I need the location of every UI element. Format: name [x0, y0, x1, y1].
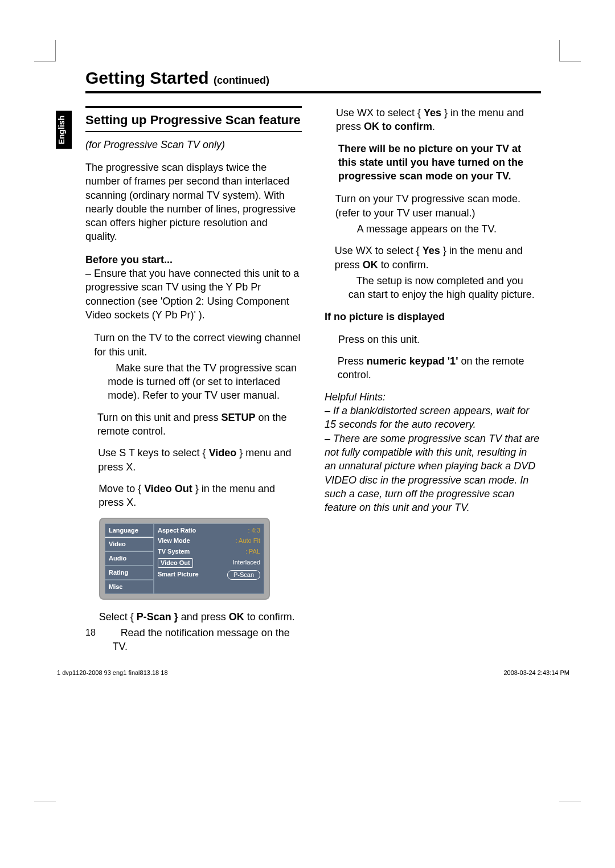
intro-text: The progressive scan displays twice the …: [85, 161, 302, 244]
osd-key: TV System: [158, 547, 190, 556]
divider: [85, 91, 541, 93]
osd-menu-tabs: Language Video Audio Rating Misc: [105, 523, 154, 594]
video-label: Video: [209, 447, 237, 458]
yes-label: Yes: [423, 245, 440, 256]
setup-label: SETUP: [221, 412, 255, 423]
bullet-icon: [325, 192, 330, 236]
title-suffix: (continued): [214, 75, 269, 86]
hint-2: – There are some progressive scan TV tha…: [325, 432, 541, 515]
bullet-icon: [325, 333, 333, 346]
step-text: Move to {: [99, 483, 144, 494]
subtitle: (for Progressive Scan TV only): [85, 138, 302, 152]
step-sub: Make sure that the TV progressive scan m…: [108, 362, 297, 402]
bullet-icon: [85, 446, 92, 474]
title-main: Getting Started: [85, 68, 209, 87]
bullet-icon: [85, 482, 93, 510]
step-text: to confirm.: [244, 611, 295, 623]
osd-key: Video Out: [158, 558, 193, 568]
ok-label: OK: [363, 259, 378, 271]
step-text: .: [432, 121, 435, 132]
step-text: Turn on your TV progressive scan mode. (…: [335, 193, 520, 218]
step-4: Move to { Video Out } in the menu and pr…: [85, 482, 302, 510]
video-out-label: Video Out: [144, 483, 192, 494]
bullet-icon: [85, 331, 88, 402]
hints-block: Helpful Hints: – If a blank/distorted sc…: [325, 390, 541, 515]
osd-tab-video: Video: [105, 537, 154, 551]
osd-value: : PAL: [245, 547, 260, 556]
osd-tab-rating: Rating: [105, 566, 154, 580]
step-sub: Read the notification message on the TV.: [113, 627, 290, 652]
step-text: to confirm.: [378, 259, 429, 271]
bullet-icon: [85, 411, 92, 439]
osd-key: Aspect Ratio: [158, 526, 196, 535]
step-sub: The setup is now completed and you can s…: [348, 275, 535, 300]
osd-value: Interlaced: [233, 558, 260, 568]
step-2: Turn on this unit and press SETUP on the…: [85, 411, 302, 439]
osd-tab-language: Language: [105, 523, 154, 538]
step-text: Use S T keys to select {: [98, 447, 208, 458]
numeric-1-label: numeric keypad '1': [367, 355, 458, 367]
step-6: Use WX to select { Yes } in the menu and…: [325, 106, 541, 134]
step-5: Select { P-Scan } and press OK to confir…: [85, 610, 302, 654]
step-1: Turn on the TV to the correct viewing ch…: [85, 331, 302, 402]
bullet-icon: [325, 106, 330, 134]
step-sub: A message appears on the TV.: [357, 223, 497, 235]
osd-menu-options: Aspect Ratio: 4:3 View Mode: Auto Fit TV…: [154, 523, 264, 594]
no-picture-heading: If no picture is displayed: [325, 310, 541, 324]
step-3: Use S T keys to select { Video } menu an…: [85, 446, 302, 474]
osd-tab-audio: Audio: [105, 551, 154, 566]
warning-text: There will be no picture on your TV at t…: [325, 142, 541, 183]
page-title: Getting Started (continued): [85, 68, 541, 88]
osd-tab-misc: Misc: [105, 580, 154, 594]
step-text: Press: [338, 355, 367, 367]
crop-mark: [34, 801, 56, 822]
ok-confirm-label: OK to confirm: [364, 121, 432, 132]
osd-value: : 4:3: [248, 526, 260, 535]
yes-label: Yes: [424, 107, 441, 118]
step-text: and press: [178, 611, 229, 623]
crop-mark: [559, 801, 581, 822]
step-text: Select {: [99, 611, 137, 623]
left-column: Setting up Progressive Scan feature (for…: [85, 106, 302, 662]
footer: 1 dvp1120-2008 93 eng1 final813.18 18 20…: [57, 669, 569, 676]
bullet-icon: [325, 354, 332, 382]
pscan-label: P-Scan }: [137, 611, 178, 623]
before-text: – Ensure that you have connected this un…: [85, 267, 302, 322]
crop-mark: [34, 40, 56, 62]
osd-value-pscan: P-Scan: [227, 570, 260, 580]
language-tab: English: [56, 111, 72, 149]
section-heading: Setting up Progressive Scan feature: [85, 106, 302, 132]
page-number: 18: [85, 627, 96, 639]
no-picture-step-2: Press numeric keypad '1' on the remote c…: [325, 354, 541, 382]
footer-right: 2008-03-24 2:43:14 PM: [503, 669, 569, 676]
osd-menu: Language Video Audio Rating Misc Aspect …: [99, 518, 270, 600]
hint-1: – If a blank/distorted screen appears, w…: [325, 404, 541, 432]
osd-key: Smart Picture: [158, 570, 199, 580]
osd-value: : Auto Fit: [236, 537, 260, 545]
no-picture-step-1: Press on this unit.: [325, 333, 541, 346]
step-text: Turn on this unit and press: [97, 412, 221, 423]
step-7: Turn on your TV progressive scan mode. (…: [325, 192, 541, 236]
step-text: Turn on the TV to the correct viewing ch…: [94, 332, 300, 357]
hints-heading: Helpful Hints:: [325, 390, 541, 404]
footer-left: 1 dvp1120-2008 93 eng1 final813.18 18: [57, 669, 168, 676]
step-8: Use WX to select { Yes } in the menu and…: [325, 244, 541, 301]
right-column: Use WX to select { Yes } in the menu and…: [325, 106, 541, 662]
step-text: Press on this unit.: [338, 333, 420, 346]
before-heading: Before you start...: [85, 253, 302, 267]
step-text: Use WX to select {: [336, 107, 424, 118]
crop-mark: [559, 40, 581, 62]
step-text: Use WX to select {: [335, 245, 423, 256]
ok-label: OK: [229, 611, 244, 623]
bullet-icon: [325, 244, 329, 301]
osd-key: View Mode: [158, 537, 190, 545]
